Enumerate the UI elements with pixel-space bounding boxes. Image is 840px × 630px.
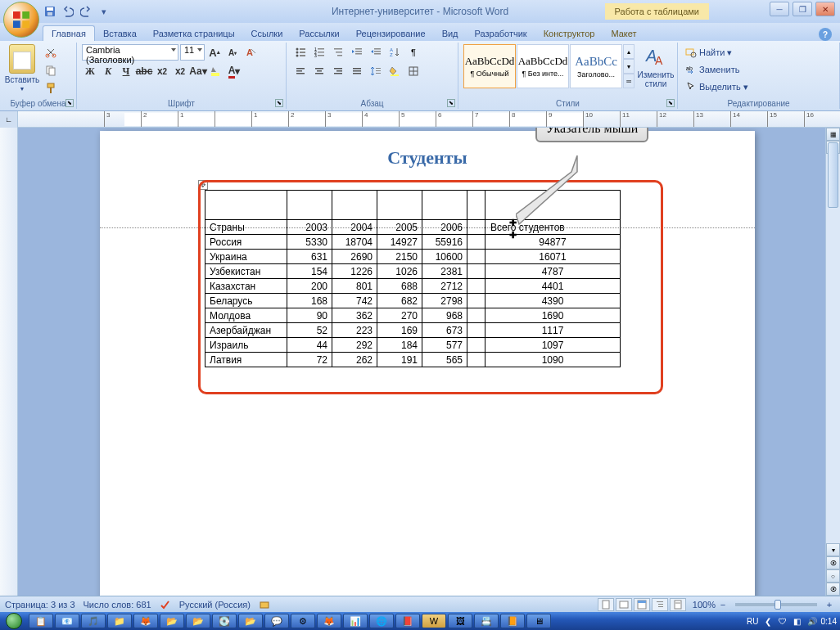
change-case-icon[interactable]: Aa▾ <box>190 63 206 79</box>
styles-dialog-launcher[interactable]: ⬊ <box>666 99 675 107</box>
vertical-scrollbar[interactable]: ▦ ▴ ▾ ⦿ ○ ⦿ <box>825 128 840 596</box>
style-no-spacing[interactable]: AaBbCcDd¶ Без инте... <box>517 44 569 88</box>
font-dialog-launcher[interactable]: ⬊ <box>275 99 283 107</box>
task-item[interactable]: 📧 <box>55 614 79 628</box>
paragraph-dialog-launcher[interactable]: ⬊ <box>447 99 455 107</box>
tab-layout[interactable]: Макет <box>603 26 644 41</box>
qat-dropdown-icon[interactable]: ▾ <box>97 4 111 19</box>
task-item[interactable]: 🌐 <box>369 614 394 628</box>
bold-icon[interactable]: Ж <box>82 63 98 79</box>
tab-developer[interactable]: Разработчик <box>467 26 535 41</box>
clear-format-icon[interactable]: A <box>242 44 259 61</box>
borders-icon[interactable] <box>404 63 422 79</box>
table-header[interactable]: 2005 <box>377 220 422 235</box>
table-row[interactable]: Казахстан20080168827124401 <box>205 279 621 294</box>
sort-icon[interactable]: AZ <box>386 44 404 61</box>
justify-icon[interactable] <box>348 63 366 79</box>
horizontal-ruler[interactable]: 3211234567891011121314151617 <box>18 111 840 127</box>
shading-icon[interactable] <box>386 63 404 79</box>
table-row[interactable]: Беларусь16874268227984390 <box>205 294 621 308</box>
styles-more-icon[interactable]: ═ <box>623 74 635 88</box>
vertical-ruler[interactable] <box>0 128 18 596</box>
task-item[interactable]: 🎵 <box>81 614 106 628</box>
table-header[interactable]: 2003 <box>287 220 332 235</box>
zoom-in-icon[interactable]: + <box>824 600 835 610</box>
task-item[interactable]: 💽 <box>212 614 237 628</box>
align-center-icon[interactable] <box>310 63 328 79</box>
next-page-icon[interactable]: ⦿ <box>826 583 840 596</box>
tray-volume-icon[interactable]: 🔊 <box>806 615 818 627</box>
style-normal[interactable]: AaBbCcDd¶ Обычный <box>463 44 516 88</box>
ruler-toggle-icon[interactable]: ▦ <box>826 128 840 141</box>
task-item[interactable]: 🦊 <box>317 614 341 628</box>
status-macro[interactable] <box>259 599 270 610</box>
highlight-icon[interactable] <box>208 63 224 79</box>
status-language[interactable]: Русский (Россия) <box>179 600 251 610</box>
draft-view-icon[interactable] <box>670 598 686 611</box>
task-item[interactable]: 📂 <box>186 614 210 628</box>
tab-view[interactable]: Вид <box>434 26 467 41</box>
line-spacing-icon[interactable] <box>367 63 385 79</box>
dec-indent-icon[interactable] <box>348 44 366 61</box>
table-row[interactable]: Азербайджан522231696731117 <box>205 323 621 338</box>
subscript-icon[interactable]: x2 <box>154 63 170 79</box>
font-name-combo[interactable]: Cambria (Заголовки) <box>82 44 178 61</box>
style-heading1[interactable]: AaBbCcЗаголово... <box>570 44 622 88</box>
paste-button[interactable]: Вставить ▼ <box>5 44 39 92</box>
close-button[interactable]: ✕ <box>815 2 835 16</box>
tray-clock[interactable]: 0:14 <box>821 617 837 626</box>
align-left-icon[interactable] <box>291 63 309 79</box>
table-header[interactable]: 2006 <box>422 220 467 235</box>
format-painter-icon[interactable] <box>43 80 59 97</box>
task-item[interactable]: 📕 <box>395 614 420 628</box>
cut-icon[interactable] <box>43 44 59 61</box>
task-item[interactable]: 📁 <box>107 614 132 628</box>
task-item[interactable]: 📋 <box>29 614 53 628</box>
scroll-thumb[interactable] <box>828 142 838 208</box>
replace-button[interactable]: abЗаменить <box>683 61 834 78</box>
tab-selector[interactable]: ∟ <box>0 111 18 128</box>
tray-shield-icon[interactable]: 🛡 <box>777 615 788 627</box>
tab-insert[interactable]: Вставка <box>95 26 145 41</box>
table-row[interactable]: Латвия722621915651090 <box>205 353 621 367</box>
tray-network-icon[interactable]: ❮ <box>762 615 774 627</box>
find-button[interactable]: Найти ▾ <box>683 44 834 61</box>
table-header[interactable]: 2004 <box>332 220 377 235</box>
align-right-icon[interactable] <box>329 63 347 79</box>
select-button[interactable]: Выделить ▾ <box>683 79 834 95</box>
browse-object-icon[interactable]: ○ <box>826 569 840 583</box>
zoom-level[interactable]: 100% <box>693 600 716 610</box>
multilevel-icon[interactable] <box>329 44 347 61</box>
table-row[interactable]: Россия533018704149275591694877 <box>205 235 621 250</box>
status-page[interactable]: Страница: 3 из 3 <box>5 600 75 610</box>
strike-icon[interactable]: abc <box>136 63 152 79</box>
full-screen-view-icon[interactable] <box>616 598 632 611</box>
tab-review[interactable]: Рецензирование <box>348 26 434 41</box>
shrink-font-icon[interactable]: A▾ <box>224 44 241 61</box>
table-row[interactable]: Молдова903622709681690 <box>205 308 621 323</box>
start-button[interactable] <box>0 612 28 630</box>
tab-references[interactable]: Ссылки <box>243 26 291 41</box>
restore-button[interactable]: ❐ <box>793 2 812 16</box>
underline-icon[interactable]: Ч <box>118 63 134 79</box>
styles-up-icon[interactable]: ▴ <box>623 44 635 59</box>
table-row[interactable]: Узбекистан1541226102623814787 <box>205 264 621 279</box>
task-item[interactable]: 🖥 <box>526 614 551 628</box>
redo-icon[interactable] <box>79 4 93 19</box>
table-header[interactable]: Страны <box>205 220 287 235</box>
help-icon[interactable]: ? <box>819 28 832 41</box>
task-item[interactable]: 📂 <box>160 614 184 628</box>
undo-icon[interactable] <box>61 4 75 19</box>
scroll-down-icon[interactable]: ▾ <box>826 543 840 556</box>
save-icon[interactable] <box>43 4 57 19</box>
table-row[interactable]: Израиль442921845771097 <box>205 338 621 353</box>
tab-design[interactable]: Конструктор <box>535 26 603 41</box>
minimize-button[interactable]: ─ <box>770 2 789 16</box>
zoom-slider[interactable] <box>735 603 817 606</box>
table-header[interactable] <box>467 220 485 235</box>
tray-lang[interactable]: RU <box>747 617 758 626</box>
zoom-out-icon[interactable]: − <box>717 600 729 610</box>
document-viewport[interactable]: Студенты ✥ Страны2003200420052006Всего с… <box>18 128 825 596</box>
task-item[interactable]: 💬 <box>264 614 289 628</box>
pilcrow-icon[interactable]: ¶ <box>404 44 422 61</box>
